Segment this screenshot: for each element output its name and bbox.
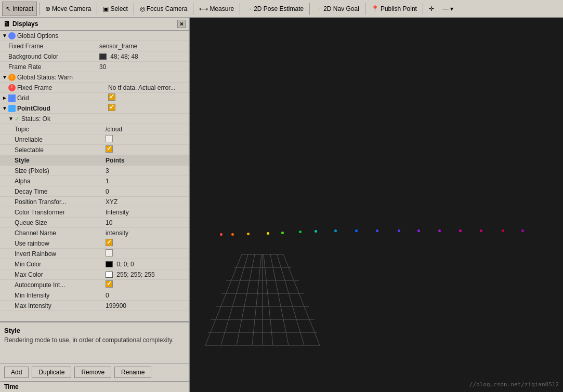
measure-button[interactable]: ⟷ Measure bbox=[195, 2, 238, 16]
status-expand[interactable]: ▼ bbox=[8, 116, 14, 121]
selectable-value[interactable] bbox=[106, 145, 188, 154]
frame-rate-value[interactable]: 30 bbox=[99, 63, 188, 71]
global-status-row: ▼ ! Global Status: Warn bbox=[0, 72, 189, 83]
pointcloud-enabled-checkbox[interactable] bbox=[108, 104, 115, 111]
pointcloud-checkbox[interactable] bbox=[108, 104, 188, 113]
svg-line-9 bbox=[221, 254, 248, 345]
invert-rainbow-checkbox[interactable] bbox=[106, 249, 113, 256]
toolbar-separator4 bbox=[193, 3, 193, 15]
toolbar-separator3 bbox=[134, 3, 134, 15]
bg-color-swatch bbox=[99, 53, 107, 60]
topic-label: Topic bbox=[15, 126, 106, 133]
pointcloud-expand[interactable]: ▼ bbox=[2, 105, 7, 111]
max-color-value[interactable]: 255; 255; 255 bbox=[106, 271, 188, 278]
duplicate-button[interactable]: Duplicate bbox=[32, 367, 71, 378]
alpha-label: Alpha bbox=[15, 178, 106, 185]
left-panel: 🖥 Displays ✕ ▼ Global Options Fixed Fram… bbox=[0, 18, 190, 392]
add-button[interactable]: Add bbox=[4, 367, 29, 378]
unreliable-checkbox[interactable] bbox=[106, 135, 113, 142]
help-area: Style Rendering mode to use, in order of… bbox=[0, 321, 189, 363]
decay-value[interactable]: 0 bbox=[106, 188, 188, 195]
global-options-expand[interactable]: ▼ bbox=[2, 33, 7, 38]
autocompute-checkbox[interactable] bbox=[106, 280, 113, 288]
global-status-label: Global Status: Warn bbox=[17, 74, 108, 81]
bg-color-label: Background Color bbox=[8, 53, 99, 60]
queue-size-value[interactable]: 10 bbox=[106, 219, 188, 226]
topic-value[interactable]: /cloud bbox=[106, 126, 188, 133]
warning-icon: ! bbox=[8, 74, 16, 81]
style-value[interactable]: Points bbox=[106, 157, 188, 164]
frame-rate-row: Frame Rate 30 bbox=[0, 62, 189, 72]
max-intensity-value[interactable]: 199900 bbox=[106, 302, 188, 309]
grid-row: ► Grid bbox=[0, 93, 189, 103]
fixed-frame-value[interactable]: sensor_frame bbox=[99, 43, 188, 50]
point-dot bbox=[355, 229, 358, 232]
options-button[interactable]: — ▾ bbox=[439, 2, 457, 16]
use-rainbow-value[interactable] bbox=[106, 239, 188, 248]
add-display-button[interactable]: ✛ bbox=[425, 2, 438, 16]
point-dot bbox=[502, 229, 504, 232]
grid-enabled-checkbox[interactable] bbox=[108, 93, 115, 101]
displays-icon: 🖥 bbox=[3, 20, 10, 28]
point-dot bbox=[459, 229, 462, 232]
interact-button[interactable]: ↖ Interact bbox=[2, 2, 37, 16]
min-color-swatch bbox=[106, 261, 113, 267]
min-color-row: Min Color 0; 0; 0 bbox=[0, 259, 189, 269]
global-options-row: ▼ Global Options bbox=[0, 31, 189, 41]
bg-color-row: Background Color 48; 48; 48 bbox=[0, 51, 189, 62]
toolbar-separator7 bbox=[365, 3, 365, 15]
invert-rainbow-value[interactable] bbox=[106, 249, 188, 258]
selectable-checkbox[interactable] bbox=[106, 145, 113, 153]
channel-value[interactable]: intensity bbox=[106, 229, 188, 237]
global-status-expand[interactable]: ▼ bbox=[2, 74, 7, 80]
use-rainbow-checkbox[interactable] bbox=[106, 239, 113, 246]
move-camera-button[interactable]: ⊕ Move Camera bbox=[42, 2, 95, 16]
color-transformer-label: Color Transformer bbox=[15, 209, 106, 216]
2d-nav-button[interactable]: → 2D Nav Goal bbox=[312, 2, 363, 16]
color-transformer-row: Color Transformer Intensity bbox=[0, 207, 189, 218]
size-row: Size (Pixels) 3 bbox=[0, 166, 189, 176]
point-dot bbox=[334, 229, 337, 232]
watermark-text: //blog.csdn.net/ziqian0512 bbox=[469, 381, 559, 388]
status-label: Status: Ok bbox=[21, 115, 112, 123]
size-label: Size (Pixels) bbox=[15, 167, 106, 174]
toolbar-separator6 bbox=[309, 3, 310, 15]
publish-point-button[interactable]: 📍 Publish Point bbox=[368, 2, 421, 16]
select-button[interactable]: ▣ Select bbox=[99, 2, 131, 16]
remove-button[interactable]: Remove bbox=[74, 367, 111, 378]
position-value[interactable]: XYZ bbox=[106, 198, 188, 206]
cursor-icon: ↖ bbox=[6, 5, 11, 12]
fixed-frame-error-label: Fixed Frame bbox=[17, 84, 108, 91]
max-intensity-row: Max Intensity 199900 bbox=[0, 301, 189, 311]
color-transformer-value[interactable]: Intensity bbox=[106, 209, 188, 216]
unreliable-value[interactable] bbox=[106, 135, 188, 144]
channel-row: Channel Name intensity bbox=[0, 228, 189, 238]
pointcloud-icon bbox=[8, 105, 16, 112]
grid-expand[interactable]: ► bbox=[2, 95, 7, 101]
svg-line-14 bbox=[270, 254, 289, 345]
point-dot bbox=[247, 233, 250, 235]
autocompute-value[interactable] bbox=[106, 280, 188, 289]
3d-view[interactable]: //blog.csdn.net/ziqian0512 bbox=[190, 18, 563, 392]
toolbar-separator2 bbox=[97, 3, 97, 15]
min-intensity-row: Min Intensity 0 bbox=[0, 290, 189, 301]
rename-button[interactable]: Rename bbox=[114, 367, 151, 378]
focus-camera-button[interactable]: ◎ Focus Camera bbox=[136, 2, 191, 16]
min-intensity-value[interactable]: 0 bbox=[106, 292, 188, 299]
bg-color-value[interactable]: 48; 48; 48 bbox=[99, 53, 188, 60]
svg-line-16 bbox=[283, 254, 320, 345]
min-color-value[interactable]: 0; 0; 0 bbox=[106, 261, 188, 268]
2d-pose-button[interactable]: → 2D Pose Estimate bbox=[242, 2, 307, 16]
grid-checkbox[interactable] bbox=[108, 93, 188, 102]
measure-icon: ⟷ bbox=[199, 5, 208, 12]
toolbar-separator5 bbox=[240, 3, 240, 15]
size-value[interactable]: 3 bbox=[106, 167, 188, 174]
selectable-row: Selectable bbox=[0, 145, 189, 155]
time-bar: Time bbox=[0, 381, 189, 392]
point-dot bbox=[281, 232, 284, 234]
alpha-value[interactable]: 1 bbox=[106, 178, 188, 185]
displays-close-button[interactable]: ✕ bbox=[177, 20, 186, 28]
alpha-row: Alpha 1 bbox=[0, 176, 189, 186]
help-title: Style bbox=[4, 327, 185, 334]
svg-line-10 bbox=[237, 254, 255, 345]
